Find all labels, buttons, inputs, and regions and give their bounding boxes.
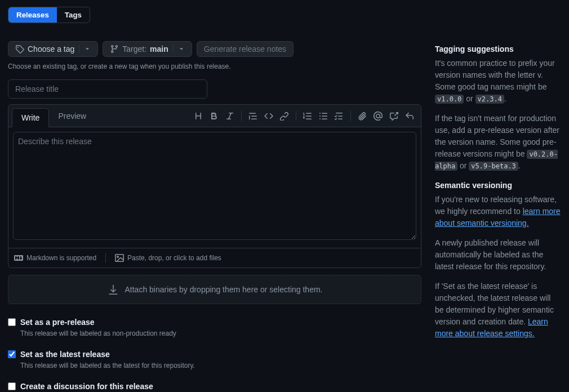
tab-tags[interactable]: Tags xyxy=(57,7,90,23)
write-tab[interactable]: Write xyxy=(12,108,49,127)
heading-icon[interactable] xyxy=(194,112,203,121)
attach-files-link[interactable]: Paste, drop, or click to add files xyxy=(115,253,221,263)
download-arrow-icon xyxy=(107,283,119,296)
semver-heading: Semantic versioning xyxy=(435,180,561,191)
release-description-textarea[interactable] xyxy=(13,132,416,240)
image-icon xyxy=(115,253,124,262)
bold-icon[interactable] xyxy=(210,112,219,121)
target-value: main xyxy=(150,44,168,54)
chevron-down-icon xyxy=(84,46,91,52)
tagging-text-1: It's common practice to prefix your vers… xyxy=(435,57,561,105)
latest-release-checkbox[interactable] xyxy=(8,350,16,358)
release-title-input[interactable] xyxy=(8,79,207,99)
latest-unchecked-text: If 'Set as the latest release' is unchec… xyxy=(435,280,561,340)
markdown-help-link[interactable]: Markdown is supported xyxy=(14,253,96,263)
latest-info-text: A newly published release will automatic… xyxy=(435,237,561,273)
attach-icon[interactable] xyxy=(358,112,367,121)
tab-releases[interactable]: Releases xyxy=(8,7,57,23)
latest-desc: This release will be labeled as the late… xyxy=(20,360,195,371)
prerelease-checkbox[interactable] xyxy=(8,318,16,326)
target-branch-button[interactable]: Target: main xyxy=(103,41,192,57)
binary-dropzone[interactable]: Attach binaries by dropping them here or… xyxy=(8,275,421,304)
tag-hint-text: Choose an existing tag, or create a new … xyxy=(8,61,421,72)
discussion-label: Create a discussion for this release xyxy=(20,381,282,392)
description-editor: Write Preview xyxy=(8,104,421,268)
ordered-list-icon[interactable] xyxy=(303,112,312,121)
tag-icon xyxy=(15,44,24,54)
markdown-icon xyxy=(14,253,23,262)
formatting-toolbar xyxy=(194,111,421,121)
italic-icon[interactable] xyxy=(225,112,234,121)
target-prefix: Target: xyxy=(122,44,146,54)
latest-label: Set as the latest release xyxy=(20,349,195,360)
choose-tag-label: Choose a tag xyxy=(28,44,74,54)
choose-tag-button[interactable]: Choose a tag xyxy=(8,41,98,57)
tagging-text-2: If the tag isn't meant for production us… xyxy=(435,113,561,172)
cross-reference-icon[interactable] xyxy=(389,112,398,121)
discussion-checkbox[interactable] xyxy=(8,382,16,390)
quote-icon[interactable] xyxy=(248,112,257,121)
prerelease-desc: This release will be labeled as non-prod… xyxy=(20,328,176,338)
generate-notes-button[interactable]: Generate release notes xyxy=(197,41,294,57)
chevron-down-icon xyxy=(178,46,185,52)
reply-icon[interactable] xyxy=(405,112,414,121)
unordered-list-icon[interactable] xyxy=(319,112,328,121)
link-icon[interactable] xyxy=(280,112,289,121)
mention-icon[interactable] xyxy=(374,112,383,121)
top-tabs: Releases Tags xyxy=(8,7,90,23)
branch-icon xyxy=(110,44,119,54)
preview-tab[interactable]: Preview xyxy=(49,105,95,127)
tagging-heading: Tagging suggestions xyxy=(435,43,561,55)
semver-text: If you're new to releasing software, we … xyxy=(435,194,561,229)
prerelease-label: Set as a pre-release xyxy=(20,317,176,328)
code-icon[interactable] xyxy=(264,112,273,121)
task-list-icon[interactable] xyxy=(335,112,344,121)
